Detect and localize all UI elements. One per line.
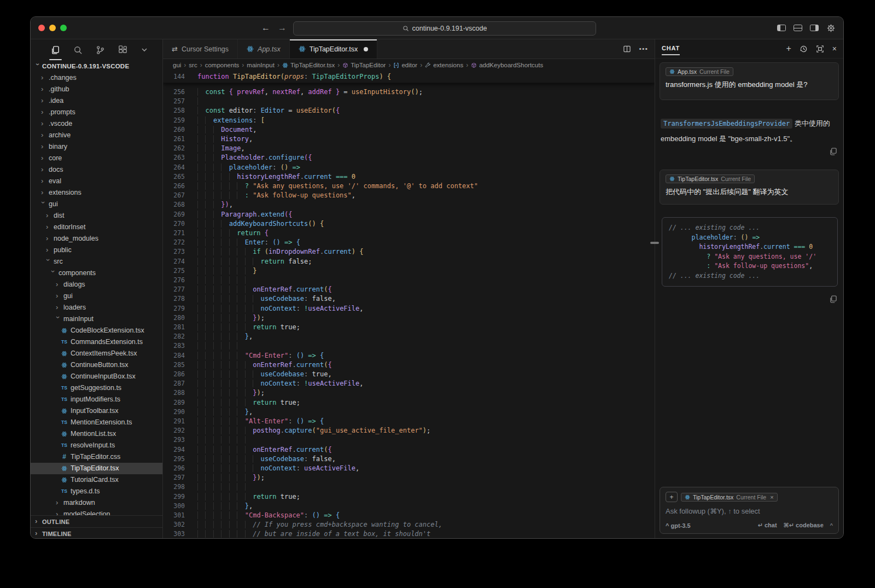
breadcrumb-item-addKeyboardShortcuts[interactable]: addKeyboardShortcuts	[471, 62, 543, 68]
tree-item-.github[interactable]: ›.github	[31, 84, 162, 95]
line-number: 263	[163, 153, 185, 162]
command-center-search[interactable]: continue-0.9.191-vscode	[293, 21, 596, 36]
breadcrumb-item-TipTapEditor.tsx[interactable]: TipTapEditor.tsx	[282, 62, 335, 68]
breadcrumb-item-mainInput[interactable]: mainInput	[247, 62, 275, 68]
tree-item-TipTapEditor.css[interactable]: #TipTapEditor.css	[31, 451, 162, 463]
tree-item-MentionList.tsx[interactable]: MentionList.tsx	[31, 428, 162, 440]
tree-item-dist[interactable]: ›dist	[31, 210, 162, 222]
breadcrumb-item-src[interactable]: src	[189, 62, 197, 68]
code-editor[interactable]: 144function TipTapEditor(props: TipTapEd…	[163, 71, 655, 539]
modified-dot-icon[interactable]	[364, 47, 368, 51]
user-message-1[interactable]: App.tsx Current File transformers.js 使用的…	[660, 62, 839, 100]
tree-item-binary[interactable]: ›binary	[31, 141, 162, 153]
tree-item-.idea[interactable]: ›.idea	[31, 95, 162, 107]
context-badge[interactable]: TipTapEditor.tsx Current File	[666, 174, 755, 183]
model-selector[interactable]: ^ gpt-3.5	[666, 522, 691, 529]
more-views-chevron-icon[interactable]	[140, 45, 149, 54]
workspace-root[interactable]: › CONTINUE-0.9.191-VSCODE	[31, 60, 162, 72]
line-number: 293	[163, 435, 185, 445]
tree-item-ContinueInputBox.tsx[interactable]: ContinueInputBox.tsx	[31, 371, 162, 382]
outline-section[interactable]: › OUTLINE	[31, 515, 162, 527]
tree-item-label: binary	[49, 141, 67, 153]
sticky-scroll-line[interactable]: 144function TipTapEditor(props: TipTapEd…	[163, 71, 655, 83]
enter-chat-hint[interactable]: ↵ chat	[758, 522, 777, 529]
tab-tiptapeditor-tsx[interactable]: TipTapEditor.tsx	[290, 39, 377, 59]
breadcrumb-item-editor[interactable]: editor	[393, 62, 417, 68]
split-editor-icon[interactable]	[623, 45, 631, 53]
chat-input[interactable]: + TipTapEditor.tsx Current File × Ask fo…	[660, 487, 839, 534]
close-panel-icon[interactable]: ×	[832, 44, 837, 53]
tree-item-resolveInput.ts[interactable]: TSresolveInput.ts	[31, 440, 162, 451]
sash-handle[interactable]	[650, 242, 659, 244]
tab-app-tsx[interactable]: App.tsx	[238, 39, 290, 59]
source-control-icon[interactable]	[95, 45, 106, 55]
tree-item-mainInput[interactable]: ›mainInput	[31, 313, 162, 325]
explorer-icon[interactable]	[50, 45, 61, 55]
chat-title[interactable]: CHAT	[662, 45, 680, 53]
context-badge[interactable]: TipTapEditor.tsx Current File ×	[681, 493, 778, 502]
tree-item-MentionExtension.ts[interactable]: TSMentionExtension.ts	[31, 417, 162, 428]
tree-item-archive[interactable]: ›archive	[31, 130, 162, 141]
add-context-button[interactable]: +	[666, 492, 678, 502]
remove-context-icon[interactable]: ×	[770, 494, 773, 500]
tree-item-dialogs[interactable]: ›dialogs	[31, 279, 162, 290]
new-chat-icon[interactable]: +	[786, 44, 791, 54]
tree-item-gui[interactable]: ›gui	[31, 199, 162, 210]
tree-item-docs[interactable]: ›docs	[31, 164, 162, 176]
tree-item-.changes[interactable]: ›.changes	[31, 72, 162, 84]
toggle-secondary-sidebar-icon[interactable]	[810, 25, 819, 31]
tree-item-types.d.ts[interactable]: TStypes.d.ts	[31, 486, 162, 497]
tab-cursor-settings[interactable]: ⇄ Cursor Settings	[163, 39, 238, 59]
tree-item-components[interactable]: ›components	[31, 267, 162, 279]
toggle-panel-icon[interactable]	[794, 25, 802, 31]
breadcrumb-item-components[interactable]: components	[205, 62, 240, 68]
context-badge[interactable]: App.tsx Current File	[666, 67, 733, 76]
tree-item-modelSelection[interactable]: ›modelSelection	[31, 509, 162, 515]
close-window-button[interactable]	[38, 25, 45, 31]
tree-item-gui[interactable]: ›gui	[31, 290, 162, 302]
history-icon[interactable]	[800, 45, 808, 53]
copy-icon[interactable]	[830, 148, 837, 155]
extensions-icon[interactable]	[118, 45, 128, 55]
tree-item-markdown[interactable]: ›markdown	[31, 497, 162, 509]
tree-item-inputModifiers.ts[interactable]: TSinputModifiers.ts	[31, 394, 162, 405]
tree-item-core[interactable]: ›core	[31, 153, 162, 164]
minimize-window-button[interactable]	[49, 25, 56, 31]
tree-item-getSuggestion.ts[interactable]: TSgetSuggestion.ts	[31, 382, 162, 394]
tree-item-extensions[interactable]: ›extensions	[31, 187, 162, 199]
expand-icon[interactable]	[816, 45, 824, 53]
toggle-sidebar-icon[interactable]	[777, 25, 786, 31]
breadcrumb-item-extensions[interactable]: extensions	[425, 62, 463, 68]
tree-item-loaders[interactable]: ›loaders	[31, 302, 162, 313]
line-number: 279	[163, 304, 185, 313]
tree-item-node_modules[interactable]: ›node_modules	[31, 233, 162, 244]
timeline-section[interactable]: › TIMELINE	[31, 527, 162, 539]
tree-item-label: dist	[54, 210, 64, 222]
zoom-window-button[interactable]	[60, 25, 67, 31]
user-message-2[interactable]: TipTapEditor.tsx Current File 把代码中的 "提出后…	[660, 170, 839, 205]
tree-item-editorInset[interactable]: ›editorInset	[31, 222, 162, 233]
tree-item-InputToolbar.tsx[interactable]: InputToolbar.tsx	[31, 405, 162, 417]
tree-item-CodeBlockExtension.tsx[interactable]: CodeBlockExtension.tsx	[31, 325, 162, 336]
breadcrumb-item-gui[interactable]: gui	[173, 62, 181, 68]
tree-item-eval[interactable]: ›eval	[31, 176, 162, 187]
breadcrumb-item-TipTapEditor[interactable]: TipTapEditor	[342, 62, 386, 68]
tree-item-public[interactable]: ›public	[31, 244, 162, 256]
tree-item-CommandsExtension.ts[interactable]: TSCommandsExtension.ts	[31, 336, 162, 348]
back-arrow-icon[interactable]: ←	[261, 23, 270, 33]
forward-arrow-icon[interactable]: →	[278, 23, 287, 33]
tree-item-src[interactable]: ›src	[31, 256, 162, 267]
copy-icon[interactable]	[830, 295, 837, 303]
tree-item-ContinueButton.tsx[interactable]: ContinueButton.tsx	[31, 359, 162, 371]
more-actions-icon[interactable]: ⋯	[639, 44, 648, 54]
gear-icon[interactable]	[826, 24, 836, 33]
tree-item-ContextItemsPeek.tsx[interactable]: ContextItemsPeek.tsx	[31, 348, 162, 359]
search-panel-icon[interactable]	[73, 45, 83, 55]
codebase-caret-icon[interactable]: ^	[830, 522, 833, 529]
code-line-274: 274 return false;	[163, 257, 655, 266]
tree-item-TutorialCard.tsx[interactable]: TutorialCard.tsx	[31, 474, 162, 486]
enter-codebase-hint[interactable]: ⌘↵ codebase	[784, 522, 824, 529]
tree-item-.prompts[interactable]: ›.prompts	[31, 107, 162, 118]
tree-item-.vscode[interactable]: ›.vscode	[31, 118, 162, 130]
tree-item-TipTapEditor.tsx[interactable]: TipTapEditor.tsx	[31, 463, 162, 474]
